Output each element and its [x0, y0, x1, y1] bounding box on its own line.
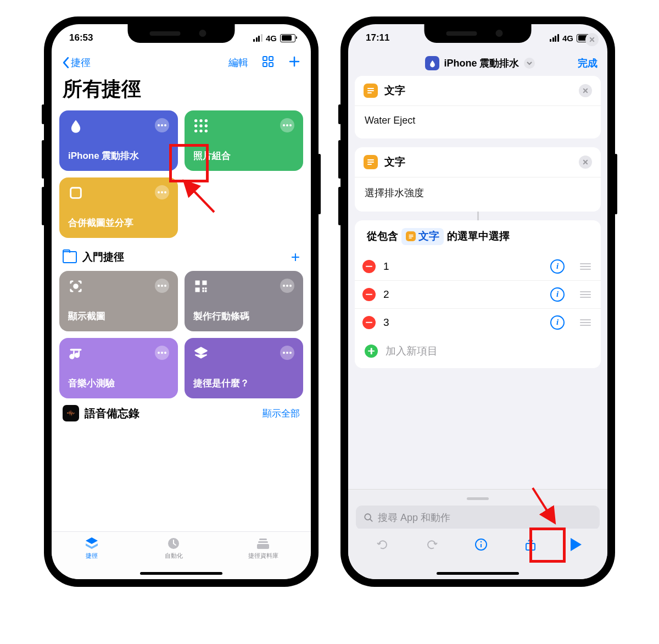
svg-rect-0: [263, 57, 267, 60]
svg-rect-22: [202, 290, 204, 292]
svg-point-9: [194, 124, 197, 127]
svg-point-16: [74, 285, 78, 288]
svg-point-6: [194, 119, 197, 122]
drag-handle[interactable]: [467, 497, 489, 500]
action-choose-from-menu[interactable]: 從包含 文字 的選單中選擇 1i2i3i 加入新項目: [355, 220, 601, 368]
tile-label: 照片組合: [193, 149, 294, 162]
svg-rect-33: [367, 159, 374, 160]
redo-button[interactable]: [423, 536, 440, 553]
add-option-button[interactable]: 加入新項目: [355, 336, 601, 368]
svg-rect-27: [258, 541, 268, 543]
signal-icon: [550, 34, 559, 42]
shortcut-tile[interactable]: 合併截圖並分享: [59, 177, 178, 238]
tile-more-button[interactable]: [155, 185, 169, 199]
menu-option-row[interactable]: 1i: [355, 253, 601, 280]
option-info-button[interactable]: i: [550, 287, 565, 302]
tab-bar: 捷徑 自動化 捷徑資料庫: [52, 531, 311, 579]
text-action-icon: [364, 84, 378, 98]
tile-more-button[interactable]: [280, 279, 294, 293]
reorder-handle[interactable]: [580, 291, 591, 298]
option-info-button[interactable]: i: [550, 315, 565, 330]
remove-action-button[interactable]: [579, 156, 592, 169]
svg-point-46: [481, 541, 482, 542]
svg-rect-30: [367, 88, 374, 89]
action-text-card[interactable]: 文字 Water Eject: [355, 76, 601, 138]
option-label: 2: [383, 288, 389, 301]
svg-rect-35: [367, 164, 372, 165]
option-info-button[interactable]: i: [550, 259, 565, 274]
shortcut-tile[interactable]: 捷徑是什麼？: [185, 338, 303, 398]
search-input[interactable]: 搜尋 App 和動作: [356, 506, 600, 530]
tile-more-button[interactable]: [155, 118, 169, 132]
tile-label: 顯示截圖: [68, 310, 169, 323]
remove-action-button[interactable]: [579, 84, 592, 97]
svg-rect-23: [205, 287, 207, 290]
undo-button[interactable]: [374, 536, 392, 553]
svg-rect-20: [202, 287, 204, 290]
home-indicator[interactable]: [140, 572, 222, 575]
info-button[interactable]: [472, 536, 490, 553]
menu-option-row[interactable]: 3i: [355, 308, 601, 336]
tile-more-button[interactable]: [155, 279, 169, 293]
svg-rect-3: [269, 63, 273, 66]
grid-icon[interactable]: [261, 55, 275, 70]
back-button[interactable]: 捷徑: [62, 56, 91, 69]
section-add-button[interactable]: +: [291, 252, 300, 263]
svg-rect-41: [409, 237, 412, 238]
variable-pill[interactable]: 文字: [401, 228, 444, 245]
edit-button[interactable]: 編輯: [228, 56, 248, 69]
action-connector: [355, 212, 601, 220]
shortcut-tile[interactable]: 照片組合: [185, 110, 303, 171]
shortcut-tile[interactable]: 音樂小測驗: [59, 338, 178, 398]
status-time: 16:53: [69, 32, 93, 43]
svg-rect-19: [196, 287, 200, 292]
reorder-handle[interactable]: [580, 263, 591, 270]
shortcut-tile[interactable]: iPhone 震動排水: [59, 110, 178, 171]
drop-icon: [425, 56, 439, 70]
delete-option-button[interactable]: [362, 288, 376, 301]
svg-rect-18: [202, 281, 206, 285]
done-button[interactable]: 完成: [578, 57, 597, 70]
reorder-handle[interactable]: [580, 319, 591, 326]
folder-icon: [63, 251, 77, 263]
tab-shortcuts[interactable]: 捷徑: [84, 536, 99, 560]
tab-gallery[interactable]: 捷徑資料庫: [248, 536, 278, 560]
network-label: 4G: [266, 34, 277, 43]
share-button[interactable]: [522, 536, 539, 553]
signal-icon: [253, 34, 263, 42]
svg-rect-28: [257, 544, 269, 549]
tile-label: 音樂小測驗: [68, 377, 169, 390]
run-button[interactable]: [571, 538, 582, 551]
svg-rect-31: [367, 90, 374, 91]
network-label: 4G: [562, 34, 573, 43]
option-label: 1: [383, 260, 389, 273]
home-indicator[interactable]: [437, 572, 519, 575]
tile-more-button[interactable]: [155, 346, 169, 360]
delete-option-button[interactable]: [362, 316, 376, 329]
option-label: 3: [383, 317, 389, 329]
svg-point-14: [205, 130, 208, 132]
notch: [128, 24, 235, 43]
tab-automation[interactable]: 自動化: [165, 536, 183, 560]
action-body[interactable]: 選擇排水強度: [355, 177, 601, 212]
action-body[interactable]: Water Eject: [355, 106, 601, 138]
action-title: 文字: [384, 84, 405, 98]
shortcut-tile[interactable]: 製作行動條碼: [185, 271, 303, 331]
battery-icon: [280, 34, 295, 42]
add-shortcut-button[interactable]: [288, 55, 301, 70]
plus-circle-icon: [365, 345, 378, 358]
svg-point-10: [199, 124, 202, 127]
shortcut-title-button[interactable]: iPhone 震動排水: [425, 56, 534, 70]
tile-label: 捷徑是什麼？: [193, 377, 294, 390]
tile-more-button[interactable]: [280, 118, 294, 132]
svg-line-43: [370, 519, 373, 522]
menu-option-row[interactable]: 2i: [355, 280, 601, 308]
svg-point-8: [205, 119, 208, 122]
svg-rect-24: [70, 349, 82, 351]
action-title: 文字: [384, 155, 405, 169]
delete-option-button[interactable]: [362, 260, 376, 273]
tile-more-button[interactable]: [280, 346, 294, 360]
action-text-card[interactable]: 文字 選擇排水強度: [355, 147, 601, 212]
shortcut-tile[interactable]: 顯示截圖: [59, 271, 178, 331]
show-all-button[interactable]: 顯示全部: [263, 407, 300, 420]
